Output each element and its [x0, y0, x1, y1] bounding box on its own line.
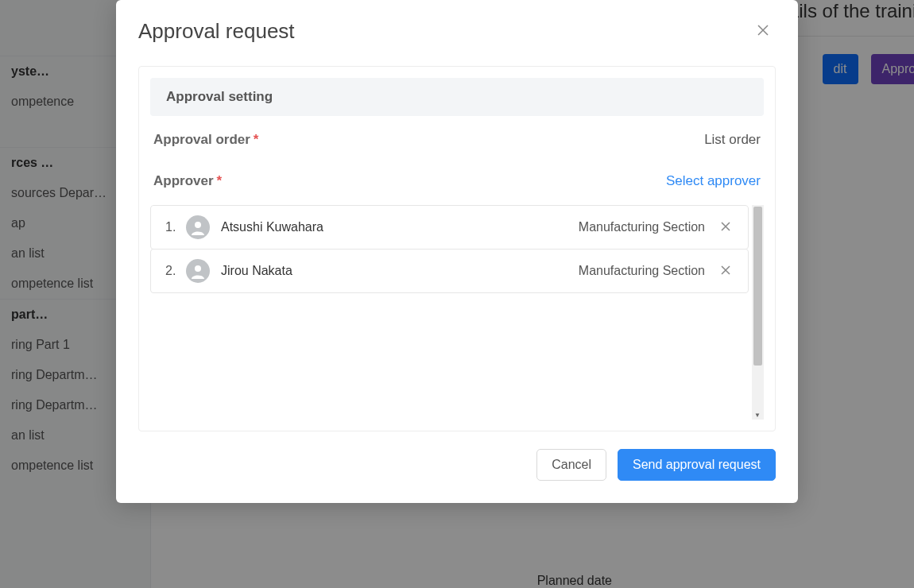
svg-point-0 [195, 222, 201, 228]
modal-title: Approval request [138, 19, 295, 44]
approval-request-modal: Approval request Approval setting Approv… [116, 0, 798, 503]
scrollbar-thumb[interactable] [753, 207, 762, 366]
avatar-icon [186, 259, 210, 283]
approval-order-value: List order [704, 132, 761, 148]
approver-dept: Manufacturing Section [579, 264, 705, 278]
required-indicator: * [217, 173, 223, 188]
avatar-icon [186, 215, 210, 239]
approver-number: 2. [165, 264, 186, 278]
required-indicator: * [254, 132, 259, 147]
remove-approver-button[interactable] [718, 262, 734, 280]
close-icon [721, 222, 730, 231]
approver-number: 1. [165, 220, 186, 234]
remove-approver-button[interactable] [718, 219, 734, 236]
approver-list: 1. Atsushi Kuwahara Manufacturing Sectio… [150, 205, 749, 420]
select-approver-link[interactable]: Select approver [666, 173, 761, 189]
send-approval-request-button[interactable]: Send approval request [618, 449, 776, 481]
section-title: Approval setting [150, 78, 764, 116]
svg-point-1 [195, 265, 201, 272]
approver-name: Jirou Nakata [221, 264, 579, 278]
close-button[interactable] [750, 19, 776, 44]
approver-name: Atsushi Kuwahara [221, 220, 579, 234]
scrollbar[interactable]: ▼ [752, 205, 764, 420]
chevron-down-icon[interactable]: ▼ [754, 412, 761, 419]
approval-order-label: Approval order* [153, 132, 258, 148]
close-icon [757, 24, 769, 37]
approver-row: 1. Atsushi Kuwahara Manufacturing Sectio… [150, 205, 749, 250]
approver-row: 2. Jirou Nakata Manufacturing Section [150, 249, 749, 293]
approver-dept: Manufacturing Section [579, 220, 705, 234]
approver-label: Approver* [153, 173, 222, 189]
cancel-button[interactable]: Cancel [536, 449, 606, 481]
close-icon [721, 265, 730, 275]
